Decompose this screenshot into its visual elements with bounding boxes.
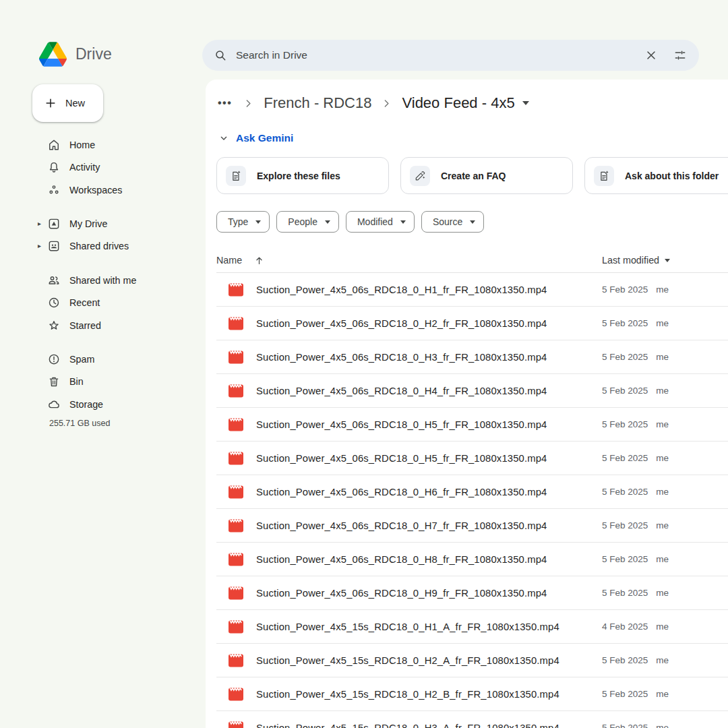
file-table: Name Last modified Suction_Power_4x5_06s…	[216, 248, 728, 728]
sort-ascending-arrow-icon[interactable]	[253, 255, 265, 266]
file-name: Suction_Power_4x5_06s_RDC18_0_H4_fr_FR_1…	[256, 386, 547, 396]
sidebar-item-spam[interactable]: Spam	[0, 348, 197, 371]
sidebar-item-starred[interactable]: Starred	[0, 314, 197, 337]
file-name: Suction_Power_4x5_06s_RDC18_0_H1_fr_FR_1…	[256, 284, 547, 295]
new-button[interactable]: New	[32, 84, 103, 122]
last-modified-cell: 5 Feb 2025 me	[602, 689, 669, 699]
modified-date: 5 Feb 2025	[602, 386, 648, 396]
last-modified-cell: 5 Feb 2025 me	[602, 655, 669, 665]
file-name-cell: Suction_Power_4x5_06s_RDC18_0_H5_fr_FR_1…	[216, 417, 602, 432]
drive-logo-icon	[39, 42, 67, 67]
sidebar-item-storage[interactable]: Storage	[0, 393, 197, 416]
video-file-icon	[228, 721, 244, 728]
file-name-cell: Suction_Power_4x5_06s_RDC18_0_H8_fr_FR_1…	[216, 552, 602, 567]
file-row[interactable]: Suction_Power_4x5_06s_RDC18_0_H6_fr_FR_1…	[216, 475, 728, 509]
column-header-name[interactable]: Name	[216, 255, 602, 266]
chevron-down-icon	[218, 133, 229, 144]
filter-chip-type[interactable]: Type	[216, 211, 270, 233]
last-modified-column-label: Last modified	[602, 255, 659, 266]
file-row[interactable]: Suction_Power_4x5_06s_RDC18_0_H2_fr_FR_1…	[216, 307, 728, 340]
file-row[interactable]: Suction_Power_4x5_06s_RDC18_0_H1_fr_FR_1…	[216, 273, 728, 307]
sidebar-item-workspaces[interactable]: Workspaces	[0, 179, 197, 202]
modified-date: 4 Feb 2025	[602, 621, 648, 632]
search-bar[interactable]	[202, 40, 699, 71]
column-header-last-modified[interactable]: Last modified	[602, 255, 670, 266]
storage-used-label: 255.71 GB used	[49, 419, 110, 428]
filter-chip-people[interactable]: People	[276, 211, 339, 233]
file-name-cell: Suction_Power_4x5_15s_RDC18_0_H3_A_fr_FR…	[216, 721, 602, 728]
modified-by: me	[656, 386, 669, 396]
home-icon	[47, 138, 61, 152]
breadcrumb-parent-folder[interactable]: French - RDC18	[264, 94, 371, 112]
file-name-cell: Suction_Power_4x5_06s_RDC18_0_H3_fr_FR_1…	[216, 350, 602, 365]
modified-date: 5 Feb 2025	[602, 588, 648, 598]
file-name: Suction_Power_4x5_06s_RDC18_0_H2_fr_FR_1…	[256, 318, 547, 329]
workspaces-icon	[47, 183, 61, 197]
my-drive-icon	[47, 217, 61, 231]
search-icon[interactable]	[214, 49, 227, 62]
file-row[interactable]: Suction_Power_4x5_06s_RDC18_0_H3_fr_FR_1…	[216, 340, 728, 374]
file-name: Suction_Power_4x5_06s_RDC18_0_H3_fr_FR_1…	[256, 352, 547, 363]
dropdown-caret-icon	[325, 220, 330, 224]
file-name: Suction_Power_4x5_06s_RDC18_0_H8_fr_FR_1…	[256, 554, 547, 565]
file-name: Suction_Power_4x5_06s_RDC18_0_H5_fr_FR_1…	[256, 419, 547, 430]
app-title: Drive	[75, 45, 112, 63]
clear-search-icon[interactable]	[644, 49, 658, 62]
suggestion-ask-about-this-folder[interactable]: Ask about this folder	[584, 157, 728, 194]
file-name-cell: Suction_Power_4x5_06s_RDC18_0_H6_fr_FR_1…	[216, 485, 602, 499]
sidebar-item-my-drive[interactable]: ▸ My Drive	[0, 212, 197, 235]
cloud-icon	[47, 398, 61, 411]
filter-chips: Type People Modified Source	[216, 211, 484, 233]
sidebar-item-label: Bin	[69, 376, 84, 387]
file-row[interactable]: Suction_Power_4x5_06s_RDC18_0_H5_fr_FR_1…	[216, 442, 728, 475]
modified-by: me	[656, 723, 669, 728]
sidebar-item-home[interactable]: Home	[0, 133, 197, 156]
sidebar-item-label: Shared drives	[69, 241, 129, 251]
sidebar-item-activity[interactable]: Activity	[0, 156, 197, 179]
dropdown-caret-icon	[470, 220, 475, 224]
file-name-cell: Suction_Power_4x5_15s_RDC18_0_H1_A_fr_FR…	[216, 619, 602, 634]
file-name: Suction_Power_4x5_15s_RDC18_0_H2_B_fr_FR…	[256, 689, 559, 700]
suggestion-create-an-faq[interactable]: Create an FAQ	[400, 157, 573, 194]
file-row[interactable]: Suction_Power_4x5_06s_RDC18_0_H9_fr_FR_1…	[216, 576, 728, 610]
modified-by: me	[656, 487, 669, 497]
sidebar-item-label: My Drive	[69, 218, 107, 229]
breadcrumb-current-folder[interactable]: Video Feed - 4x5	[402, 94, 528, 112]
file-name: Suction_Power_4x5_15s_RDC18_0_H1_A_fr_FR…	[256, 621, 559, 632]
modified-date: 5 Feb 2025	[602, 689, 648, 699]
file-name: Suction_Power_4x5_06s_RDC18_0_H9_fr_FR_1…	[256, 588, 547, 599]
filter-chip-source[interactable]: Source	[421, 211, 484, 233]
advanced-search-tune-icon[interactable]	[673, 49, 687, 62]
file-row[interactable]: Suction_Power_4x5_15s_RDC18_0_H1_A_fr_FR…	[216, 610, 728, 644]
file-row[interactable]: Suction_Power_4x5_15s_RDC18_0_H3_A_fr_FR…	[216, 711, 728, 728]
modified-by: me	[656, 689, 669, 699]
people-icon	[47, 274, 61, 287]
shared-drives-icon	[47, 239, 61, 253]
expand-caret-icon[interactable]: ▸	[38, 243, 41, 249]
file-row[interactable]: Suction_Power_4x5_15s_RDC18_0_H2_A_fr_FR…	[216, 644, 728, 677]
sidebar-group-shared: Shared with me Recent Starred	[0, 269, 197, 337]
sidebar-item-shared-with-me[interactable]: Shared with me	[0, 269, 197, 292]
suggestion-explore-these-files[interactable]: Explore these files	[216, 157, 389, 194]
file-name-cell: Suction_Power_4x5_15s_RDC18_0_H2_A_fr_FR…	[216, 653, 602, 668]
modified-by: me	[656, 284, 669, 295]
file-row[interactable]: Suction_Power_4x5_15s_RDC18_0_H2_B_fr_FR…	[216, 677, 728, 711]
file-name: Suction_Power_4x5_06s_RDC18_0_H7_fr_FR_1…	[256, 520, 547, 531]
filter-chip-modified[interactable]: Modified	[346, 211, 415, 233]
ask-gemini-toggle[interactable]: Ask Gemini	[218, 132, 293, 144]
sidebar-item-shared-drives[interactable]: ▸ Shared drives	[0, 235, 197, 258]
file-row[interactable]: Suction_Power_4x5_06s_RDC18_0_H8_fr_FR_1…	[216, 543, 728, 576]
breadcrumb-more-icon[interactable]: •••	[216, 97, 233, 109]
modified-date: 5 Feb 2025	[602, 520, 648, 530]
expand-caret-icon[interactable]: ▸	[38, 220, 41, 227]
sidebar-item-recent[interactable]: Recent	[0, 292, 197, 315]
sidebar-item-bin[interactable]: Bin	[0, 371, 197, 394]
file-row[interactable]: Suction_Power_4x5_06s_RDC18_0_H4_fr_FR_1…	[216, 374, 728, 408]
video-file-icon	[228, 282, 244, 297]
last-modified-caret-icon	[665, 259, 670, 262]
file-row[interactable]: Suction_Power_4x5_06s_RDC18_0_H5_fr_FR_1…	[216, 408, 728, 442]
search-input[interactable]	[236, 49, 644, 61]
modified-by: me	[656, 419, 669, 429]
drive-logo[interactable]: Drive	[39, 42, 112, 67]
file-row[interactable]: Suction_Power_4x5_06s_RDC18_0_H7_fr_FR_1…	[216, 509, 728, 543]
